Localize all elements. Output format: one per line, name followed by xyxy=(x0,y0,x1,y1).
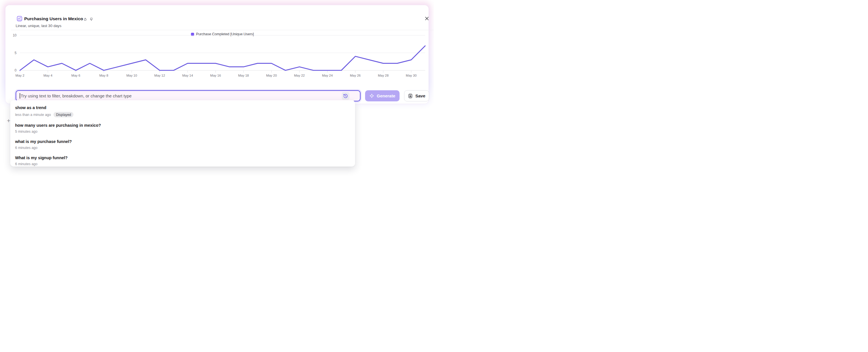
history-query: what is my purchase funnel? xyxy=(15,139,350,145)
history-time: less than a minute ago xyxy=(15,113,51,117)
displayed-badge: Displayed xyxy=(54,112,74,117)
history-time: 6 minutes ago xyxy=(15,146,38,150)
thumbs-down-icon[interactable] xyxy=(89,17,93,21)
history-query: What is my signup funnel? xyxy=(15,155,350,161)
history-item[interactable]: show as a trend less than a minute ago D… xyxy=(10,102,355,120)
save-label: Save xyxy=(415,93,425,98)
thumbs-up-icon[interactable] xyxy=(83,17,87,21)
chart-card: Purchasing Users in Mexico Linear, uniqu… xyxy=(5,5,429,104)
save-icon xyxy=(408,93,413,99)
generate-button[interactable]: Generate xyxy=(365,90,400,101)
legend: Purchase Completed [Unique Users] xyxy=(191,32,254,36)
history-dropdown: show as a trend less than a minute ago D… xyxy=(10,100,355,167)
text-caret xyxy=(20,93,20,99)
legend-label: Purchase Completed [Unique Users] xyxy=(196,32,254,36)
ai-prompt-input[interactable]: Try using text to filter, breakdown, or … xyxy=(16,90,361,101)
card-title: Purchasing Users in Mexico xyxy=(24,16,83,21)
history-query: how many users are purchasing in mexico? xyxy=(15,123,350,128)
history-item[interactable]: what is my purchase funnel? 6 minutes ag… xyxy=(10,136,355,152)
save-button[interactable]: Save xyxy=(404,90,429,101)
chart-subtitle: Linear, unique, last 30 days xyxy=(16,24,62,28)
history-item[interactable]: how many users are purchasing in mexico?… xyxy=(10,120,355,136)
legend-marker xyxy=(191,33,194,36)
prompt-placeholder: Try using text to filter, breakdown, or … xyxy=(21,93,357,98)
generate-label: Generate xyxy=(377,93,395,98)
line-chart-icon xyxy=(17,16,23,22)
page: Purchasing Users in Mexico Linear, uniqu… xyxy=(0,0,434,176)
history-query: show as a trend xyxy=(15,105,350,110)
close-icon[interactable] xyxy=(424,16,430,21)
history-item[interactable]: What is my signup funnel? 6 minutes ago xyxy=(10,152,355,167)
header-divider xyxy=(11,30,434,30)
sparkle-icon xyxy=(369,93,374,98)
history-time: 6 minutes ago xyxy=(15,162,38,166)
history-time: 5 minutes ago xyxy=(15,130,38,134)
history-icon[interactable] xyxy=(342,92,349,100)
